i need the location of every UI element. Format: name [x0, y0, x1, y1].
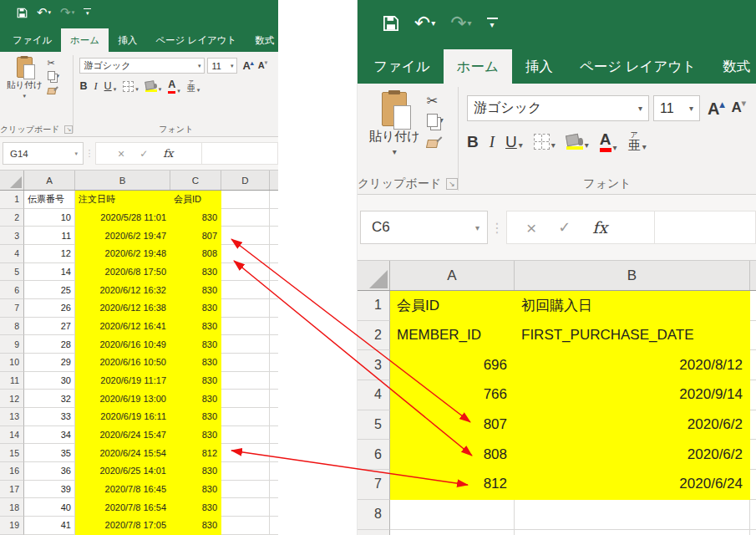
cell-member-id[interactable]: 830: [170, 462, 221, 481]
borders-button[interactable]: ▾: [534, 134, 556, 150]
cell-member-id[interactable]: [390, 530, 515, 535]
row-header[interactable]: 2: [358, 321, 390, 351]
fill-color-button[interactable]: ▾: [566, 134, 589, 150]
cell-order-datetime[interactable]: 2020/6/2 19:48: [75, 245, 170, 263]
row-header[interactable]: 4: [358, 380, 390, 410]
cell-member-id[interactable]: 807: [170, 227, 221, 245]
phonetic-guide-button[interactable]: ア亜▾: [187, 79, 200, 93]
cell-order-datetime[interactable]: 2020/7/8 16:54: [75, 498, 170, 517]
name-box[interactable]: G14▾: [3, 142, 84, 165]
cell-order-datetime[interactable]: 2020/6/8 17:50: [75, 263, 170, 282]
cell-empty[interactable]: [221, 318, 270, 336]
cell-first-purchase-date[interactable]: [515, 500, 750, 530]
cell-slip-number[interactable]: 12: [24, 245, 75, 263]
row-header[interactable]: 14: [0, 426, 24, 445]
cell-empty[interactable]: [270, 426, 278, 445]
ribbon-tab[interactable]: ファイル: [3, 28, 61, 52]
cell-order-datetime[interactable]: 注文日時: [75, 191, 170, 209]
cell-member-id[interactable]: 808: [390, 440, 515, 470]
row-header[interactable]: 13: [0, 408, 24, 426]
cell-empty[interactable]: [221, 444, 270, 462]
font-name-select[interactable]: 游ゴシック▾: [79, 58, 205, 74]
row-header[interactable]: 6: [0, 281, 24, 299]
increase-font-button[interactable]: A▴: [708, 99, 724, 117]
row-header[interactable]: 5: [0, 263, 24, 282]
customize-qat-button[interactable]: ▾: [487, 18, 498, 29]
cell-empty[interactable]: [221, 354, 270, 372]
cell-empty[interactable]: [221, 390, 270, 408]
decrease-font-button[interactable]: A▾: [258, 60, 267, 70]
redo-button[interactable]: ↷▾: [60, 5, 74, 20]
cell-empty[interactable]: [750, 321, 756, 351]
paste-button[interactable]: 貼り付け ▾: [0, 52, 48, 99]
cell-order-datetime[interactable]: 2020/5/28 11:01: [75, 209, 170, 227]
cell-empty[interactable]: [270, 191, 278, 209]
cell-slip-number[interactable]: 伝票番号: [24, 191, 75, 209]
row-header[interactable]: 15: [0, 444, 24, 462]
redo-button[interactable]: ↷▾: [450, 12, 471, 34]
undo-button[interactable]: ↶▾: [37, 5, 51, 20]
cell-order-datetime[interactable]: 2020/6/24 15:54: [75, 444, 170, 462]
font-color-button[interactable]: A▾: [168, 79, 180, 94]
cell-member-id[interactable]: 830: [170, 299, 221, 318]
copy-button[interactable]: ▾: [48, 71, 60, 80]
undo-button[interactable]: ↶▾: [414, 12, 435, 34]
cell-member-id[interactable]: 830: [170, 498, 221, 517]
enter-icon[interactable]: ✓: [140, 149, 148, 159]
font-size-select[interactable]: 11▾: [653, 95, 700, 121]
cell-member-id[interactable]: 830: [170, 372, 221, 390]
ribbon-tab[interactable]: 挿入: [109, 28, 146, 52]
cell-empty[interactable]: [270, 408, 278, 426]
cell-slip-number[interactable]: 29: [24, 354, 75, 372]
cell-order-datetime[interactable]: 2020/6/12 16:38: [75, 299, 170, 318]
copy-button[interactable]: ▾: [427, 114, 444, 127]
cell-first-purchase-date[interactable]: 2020/6/2: [515, 440, 750, 470]
cell-member-id[interactable]: 830: [170, 263, 221, 282]
cell-empty[interactable]: [221, 245, 270, 263]
cell-slip-number[interactable]: 28: [24, 335, 75, 354]
cell-slip-number[interactable]: 34: [24, 426, 75, 445]
cell-member-id[interactable]: 830: [170, 426, 221, 445]
cell-order-datetime[interactable]: 2020/6/19 13:00: [75, 390, 170, 408]
cell-member-id[interactable]: 830: [170, 517, 221, 535]
borders-button[interactable]: ▾: [123, 81, 139, 92]
cell-member-id[interactable]: 830: [170, 335, 221, 354]
formula-input[interactable]: [654, 211, 755, 243]
row-header[interactable]: 7: [358, 470, 390, 500]
cell-member-id[interactable]: 830: [170, 354, 221, 372]
cell-first-purchase-date[interactable]: [515, 530, 750, 535]
cell-empty[interactable]: [221, 263, 270, 282]
cell-empty[interactable]: [221, 227, 270, 245]
cell-empty[interactable]: [750, 440, 756, 470]
font-size-select[interactable]: 11▾: [207, 58, 237, 74]
row-header[interactable]: 3: [358, 350, 390, 380]
cell-empty[interactable]: [270, 281, 278, 299]
cell-order-datetime[interactable]: 2020/6/19 16:11: [75, 408, 170, 426]
cell-empty[interactable]: [270, 263, 278, 282]
cell-slip-number[interactable]: 30: [24, 372, 75, 390]
paste-dropdown-icon[interactable]: ▾: [393, 147, 397, 156]
cell-slip-number[interactable]: 27: [24, 318, 75, 336]
ribbon-tab[interactable]: 数式: [709, 49, 756, 84]
cell-order-datetime[interactable]: 2020/6/12 16:41: [75, 318, 170, 336]
cell-slip-number[interactable]: 40: [24, 498, 75, 517]
fill-color-button[interactable]: ▾: [145, 80, 162, 92]
cell-member-id[interactable]: [390, 500, 515, 530]
cell-order-datetime[interactable]: 2020/6/19 11:17: [75, 372, 170, 390]
customize-qat-button[interactable]: ▾: [84, 8, 91, 17]
cell-empty[interactable]: [221, 517, 270, 535]
enter-icon[interactable]: ✓: [558, 220, 571, 235]
cell-empty[interactable]: [221, 426, 270, 445]
row-header[interactable]: 11: [0, 372, 24, 390]
cell-slip-number[interactable]: 14: [24, 263, 75, 282]
row-header[interactable]: [358, 530, 390, 535]
row-header[interactable]: 12: [0, 390, 24, 408]
cell-empty[interactable]: [270, 444, 278, 462]
row-header[interactable]: 8: [358, 500, 390, 530]
cell-slip-number[interactable]: 10: [24, 209, 75, 227]
row-header[interactable]: 1: [358, 291, 390, 321]
row-header[interactable]: 1: [0, 191, 24, 209]
cell-empty[interactable]: [270, 227, 278, 245]
italic-button[interactable]: I: [94, 81, 97, 92]
bold-button[interactable]: B: [467, 134, 479, 150]
